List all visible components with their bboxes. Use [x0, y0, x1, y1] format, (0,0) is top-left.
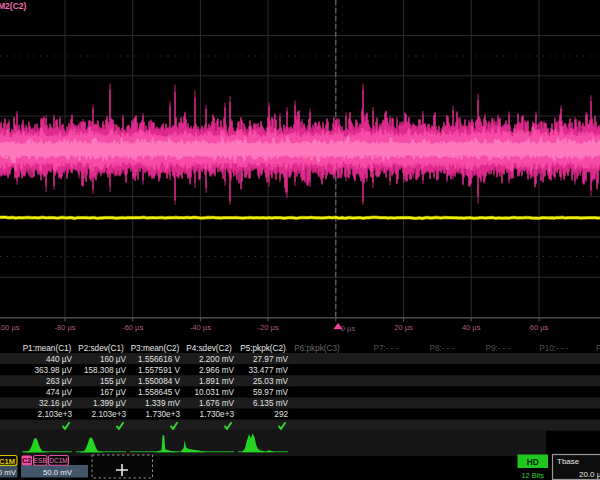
svg-text:440 µV: 440 µV: [46, 355, 73, 364]
svg-text:20 µs: 20 µs: [394, 323, 413, 332]
svg-text:P8:- - -: P8:- - -: [429, 344, 454, 353]
svg-text:2.103e+3: 2.103e+3: [38, 410, 73, 419]
svg-text:12 Bits: 12 Bits: [521, 471, 544, 480]
svg-text:-60 µs: -60 µs: [122, 323, 143, 332]
svg-text:ESB: ESB: [34, 457, 48, 464]
svg-text:P6:pkpk(C3): P6:pkpk(C3): [294, 344, 340, 353]
svg-text:1.730e+3: 1.730e+3: [200, 410, 235, 419]
svg-text:10.031 mV: 10.031 mV: [194, 388, 234, 397]
svg-text:0 µs: 0 µs: [341, 324, 356, 333]
svg-text:20.0 µs: 20.0 µs: [579, 470, 600, 479]
svg-text:C2: C2: [22, 456, 31, 465]
svg-text:M2(C2): M2(C2): [0, 1, 27, 11]
svg-text:1.550084 V: 1.550084 V: [138, 377, 180, 386]
svg-text:158.308 µV: 158.308 µV: [84, 366, 127, 375]
svg-text:363.98 µV: 363.98 µV: [35, 366, 73, 375]
svg-text:60 µs: 60 µs: [530, 323, 549, 332]
svg-text:1.676 mV: 1.676 mV: [199, 399, 235, 408]
svg-text:1.730e+3: 1.730e+3: [146, 410, 181, 419]
svg-text:1.558645 V: 1.558645 V: [138, 388, 180, 397]
svg-text:DC1M: DC1M: [49, 457, 68, 464]
svg-text:P4:sdev(C2): P4:sdev(C2): [186, 344, 232, 353]
svg-text:6.135 mV: 6.135 mV: [253, 399, 289, 408]
svg-text:59.97 mV: 59.97 mV: [253, 388, 289, 397]
svg-text:P10:- - -: P10:- - -: [539, 344, 569, 353]
svg-text:1.891 mV: 1.891 mV: [199, 377, 235, 386]
svg-text:1.557591 V: 1.557591 V: [138, 366, 180, 375]
svg-text:160 µV: 160 µV: [100, 355, 127, 364]
svg-text:474 µV: 474 µV: [46, 388, 73, 397]
svg-text:167 µV: 167 µV: [100, 388, 127, 397]
svg-text:-100 µs: -100 µs: [0, 323, 20, 332]
svg-text:P9:- - -: P9:- - -: [485, 344, 510, 353]
svg-text:2.103e+3: 2.103e+3: [92, 410, 127, 419]
svg-text:50.0 mV: 50.0 mV: [43, 468, 73, 477]
svg-text:-80 µs: -80 µs: [55, 323, 76, 332]
svg-text:27.97 mV: 27.97 mV: [253, 355, 289, 364]
svg-text:1.339 mV: 1.339 mV: [145, 399, 181, 408]
svg-text:263 µV: 263 µV: [46, 377, 73, 386]
svg-text:32.16 µV: 32.16 µV: [39, 399, 72, 408]
svg-text:P3:mean(C2): P3:mean(C2): [131, 344, 180, 353]
svg-text:P5:pkpk(C2): P5:pkpk(C2): [240, 344, 286, 353]
svg-text:1.399 µV: 1.399 µV: [93, 399, 126, 408]
svg-text:33.477 mV: 33.477 mV: [248, 366, 288, 375]
svg-text:-20 µs: -20 µs: [258, 323, 279, 332]
svg-text:2.200 mV: 2.200 mV: [199, 355, 235, 364]
svg-text:P11:- -: P11:- -: [596, 344, 600, 353]
svg-text:P1:mean(C1): P1:mean(C1): [23, 344, 72, 353]
svg-text:2.966 mV: 2.966 mV: [199, 366, 235, 375]
svg-text:155 µV: 155 µV: [100, 377, 127, 386]
svg-text:DC1M: DC1M: [0, 457, 15, 466]
svg-text:HD: HD: [527, 457, 539, 467]
svg-text:-40 µs: -40 µs: [190, 323, 211, 332]
svg-text:P7:- - -: P7:- - -: [373, 344, 398, 353]
svg-text:1.556616 V: 1.556616 V: [138, 355, 180, 364]
svg-text:25.03 mV: 25.03 mV: [253, 377, 289, 386]
svg-text:P2:sdev(C1): P2:sdev(C1): [78, 344, 124, 353]
svg-text:292: 292: [274, 410, 288, 419]
svg-text:40 µs: 40 µs: [462, 323, 481, 332]
svg-text:10.0 mV: 10.0 mV: [0, 468, 17, 477]
svg-text:Tbase: Tbase: [557, 457, 580, 466]
